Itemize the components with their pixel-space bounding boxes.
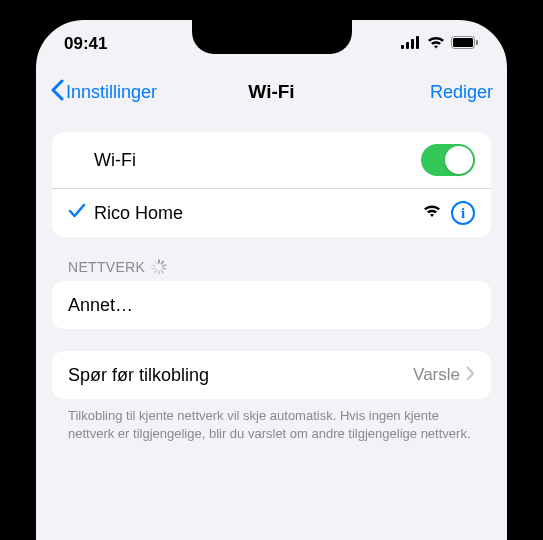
svg-line-10 [163,268,166,269]
spinner-icon [151,259,167,275]
svg-rect-1 [406,42,409,49]
edit-button[interactable]: Rediger [430,82,493,103]
phone-frame: 09:41 Innstillinger Wi-Fi Rediger [24,8,519,540]
ask-footer: Tilkobling til kjente nettverk vil skje … [52,407,491,443]
networks-header-label: NETTVERK [68,259,145,275]
svg-line-14 [152,268,155,269]
wifi-toggle-row: Wi-Fi [52,132,491,189]
info-icon[interactable]: i [451,201,475,225]
connected-network-name: Rico Home [94,203,423,224]
cellular-icon [401,34,421,54]
ask-to-join-row[interactable]: Spør før tilkobling Varsle [52,351,491,399]
back-label: Innstillinger [66,82,157,103]
svg-rect-3 [416,36,419,49]
svg-rect-2 [411,39,414,49]
other-network-label: Annet… [68,295,475,316]
svg-line-11 [162,270,164,273]
checkmark-icon [68,203,86,223]
ask-label: Spør før tilkobling [68,365,413,386]
wifi-signal-icon [423,204,441,222]
svg-rect-5 [453,38,473,47]
status-time: 09:41 [64,34,107,54]
wifi-status-icon [427,34,445,54]
networks-group: Annet… [52,281,491,329]
back-button[interactable]: Innstillinger [50,79,157,106]
svg-line-15 [152,265,155,266]
wifi-toggle-label: Wi-Fi [94,150,421,171]
ask-group: Spør før tilkobling Varsle [52,351,491,399]
wifi-toggle[interactable] [421,144,475,176]
nav-bar: Innstillinger Wi-Fi Rediger [36,68,507,116]
ask-value: Varsle [413,365,460,385]
chevron-left-icon [50,79,64,106]
svg-line-13 [155,270,157,273]
wifi-group: Wi-Fi Rico Home i [52,132,491,237]
page-title: Wi-Fi [248,81,294,103]
battery-icon [451,34,479,54]
networks-header: NETTVERK [52,259,491,281]
svg-line-9 [163,265,166,266]
other-network-row[interactable]: Annet… [52,281,491,329]
notch [192,20,352,54]
svg-line-8 [162,261,164,264]
svg-rect-6 [476,40,478,45]
svg-line-16 [155,261,157,264]
svg-rect-0 [401,45,404,49]
connected-network-row[interactable]: Rico Home i [52,189,491,237]
chevron-right-icon [466,366,475,385]
